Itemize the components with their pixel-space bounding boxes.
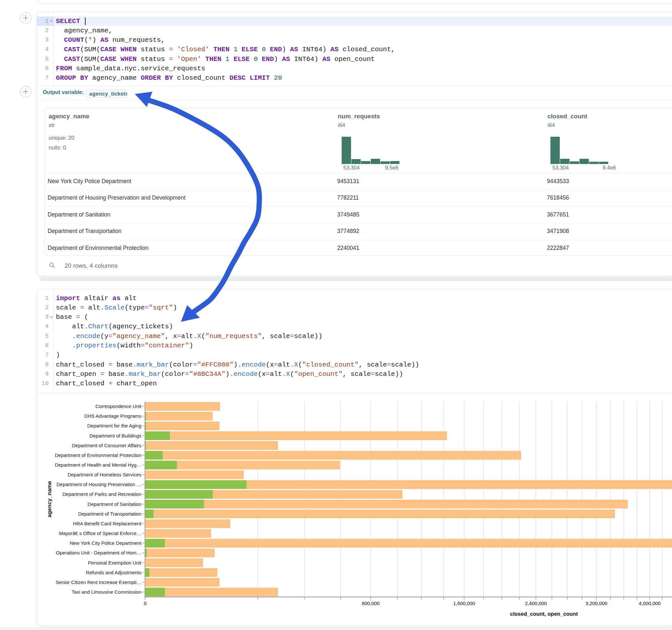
svg-text:0: 0 [144, 601, 146, 606]
svg-text:Department of Environmental Pr: Department of Environmental Protection [55, 453, 141, 458]
svg-text:Department for the Aging: Department for the Aging [87, 423, 141, 429]
svg-text:Department of Sanitation: Department of Sanitation [88, 501, 141, 507]
svg-text:agency_name: agency_name [46, 481, 52, 517]
svg-text:Personal Exemption Unit: Personal Exemption Unit [88, 560, 142, 565]
svg-text:3,200,000: 3,200,000 [585, 601, 607, 606]
svg-text:closed_count, open_count: closed_count, open_count [510, 611, 578, 617]
svg-text:800,000: 800,000 [362, 601, 380, 606]
svg-text:Operations Unit - Department o: Operations Unit - Department of Hom… [56, 550, 141, 555]
svg-text:Department of Health and Menta: Department of Health and Mental Hyg… [55, 462, 141, 468]
svg-text:2,400,000: 2,400,000 [525, 601, 547, 606]
svg-text:Department of Parks and Recrea: Department of Parks and Recreation [63, 491, 141, 497]
svg-text:Department of Homeless Service: Department of Homeless Services [67, 472, 141, 477]
svg-text:Mayorâ€ s Office of Special En: Mayorâ€ s Office of Special Enforce… [59, 531, 141, 536]
svg-text:4,000,000: 4,000,000 [639, 601, 661, 606]
svg-text:Department of Transportation: Department of Transportation [78, 511, 141, 516]
svg-text:Department of Buildings: Department of Buildings [90, 433, 141, 438]
svg-text:DHS Advantage Programs: DHS Advantage Programs [84, 413, 141, 419]
svg-text:Taxi and Limousine Commission: Taxi and Limousine Commission [72, 589, 141, 595]
svg-text:Refunds and Adjustments: Refunds and Adjustments [86, 570, 141, 575]
svg-text:1,600,000: 1,600,000 [453, 601, 475, 606]
svg-text:Department of Consumer Affairs: Department of Consumer Affairs [72, 443, 141, 448]
svg-text:New York City Police Departmen: New York City Police Department [70, 540, 142, 546]
svg-text:Correspondence Unit: Correspondence Unit [95, 404, 142, 409]
svg-text:Senior Citizen Rent Increase E: Senior Citizen Rent Increase Exempti… [56, 579, 141, 585]
svg-text:Department of Housing Preserva: Department of Housing Preservation … [56, 482, 141, 487]
svg-text:HRA Benefit Card Replacement: HRA Benefit Card Replacement [73, 521, 142, 526]
